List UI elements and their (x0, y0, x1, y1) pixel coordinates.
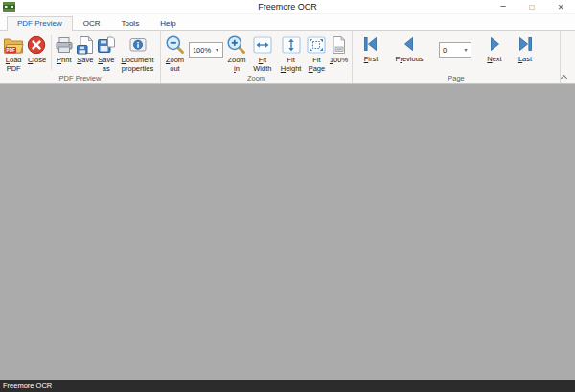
zoom-buttons: Zoom out 100% ▾ Zoom in (163, 32, 350, 73)
maximize-icon: □ (530, 3, 535, 12)
fit-width-icon (253, 34, 272, 56)
app-icon[interactable] (3, 2, 15, 12)
page-number-spinner[interactable]: 0 ▾ (439, 42, 472, 58)
zoom-level-combobox[interactable]: 100% ▾ (189, 42, 223, 58)
zoom-in-button[interactable]: Zoom in (225, 32, 249, 73)
next-page-button[interactable]: Next (482, 32, 507, 73)
fit-height-button[interactable]: Fit Height (276, 32, 306, 73)
document-properties-icon (127, 34, 149, 56)
toolbar-separator (51, 35, 52, 70)
tab-tools[interactable]: Tools (110, 16, 150, 31)
next-page-label: Next (487, 56, 501, 64)
previous-page-icon (401, 34, 418, 55)
last-page-label: Last (518, 56, 532, 64)
previous-page-label: Previous (395, 56, 423, 64)
ribbon-tab-bar: PDF Preview OCR Tools Help (0, 14, 575, 30)
last-page-button[interactable]: Last (514, 32, 537, 73)
page-dropdown-arrow-icon[interactable]: ▾ (461, 47, 471, 53)
group-label-pdf-preview: PDF Preview (2, 73, 158, 83)
group-zoom: Zoom out 100% ▾ Zoom in (161, 31, 352, 83)
close-pdf-label: Close (28, 57, 46, 65)
save-page-icon (76, 34, 95, 56)
fit-page-button[interactable]: Fit Page (306, 32, 328, 73)
actual-size-page-icon (331, 34, 347, 56)
close-red-icon (27, 34, 46, 56)
load-pdf-label: Load PDF (2, 57, 25, 73)
save-as-floppy-icon (97, 34, 116, 56)
zoom-in-magnifier-icon (226, 34, 246, 56)
ribbon-toolbar: PDF Load PDF Close (0, 30, 575, 84)
next-page-icon (486, 34, 503, 55)
load-pdf-button[interactable]: PDF Load PDF (2, 32, 25, 73)
group-label-page: Page (355, 73, 558, 83)
document-properties-button[interactable]: Document properties (117, 32, 158, 73)
actual-size-label: 100% (330, 57, 348, 65)
document-properties-label: Document properties (117, 57, 158, 73)
fit-width-label: Fit Width (248, 57, 276, 73)
fit-page-label: Fit Page (306, 57, 328, 73)
save-button[interactable]: Save (75, 32, 96, 73)
first-page-icon (362, 34, 380, 55)
group-label-zoom: Zoom (163, 73, 350, 83)
zoom-level-value: 100% (190, 46, 213, 55)
last-page-icon (517, 34, 534, 55)
tab-help[interactable]: Help (150, 16, 186, 31)
zoom-in-label: Zoom in (225, 57, 249, 73)
print-button[interactable]: Print (54, 32, 75, 73)
save-label: Save (77, 57, 93, 65)
page-number-value: 0 (440, 46, 461, 55)
fit-page-icon (307, 34, 326, 56)
title-bar: Freemore OCR – □ ✕ (0, 0, 575, 14)
zoom-out-button[interactable]: Zoom out (163, 32, 187, 73)
close-pdf-button[interactable]: Close (25, 32, 48, 73)
fit-height-label: Fit Height (276, 57, 306, 73)
close-window-button[interactable]: ✕ (546, 0, 575, 14)
group-separator (560, 31, 561, 83)
load-pdf-folder-icon: PDF (3, 34, 24, 56)
close-icon: ✕ (558, 3, 564, 12)
save-as-label: Save as (96, 57, 117, 73)
document-preview-area (0, 84, 575, 380)
print-label: Print (57, 57, 71, 65)
svg-text:PDF: PDF (7, 48, 15, 53)
first-page-label: First (364, 56, 379, 64)
fit-width-button[interactable]: Fit Width (248, 32, 276, 73)
fit-height-icon (282, 34, 301, 56)
group-page: First Previous 0 ▾ N (353, 31, 560, 83)
tab-pdf-preview[interactable]: PDF Preview (7, 16, 73, 31)
status-text: Freemore OCR (3, 381, 52, 390)
ocr-app-icon (3, 2, 15, 12)
actual-size-button[interactable]: 100% (328, 32, 350, 73)
zoom-out-label: Zoom out (163, 57, 187, 73)
status-bar: Freemore OCR (0, 380, 575, 392)
collapse-ribbon-chevron-icon[interactable] (562, 74, 567, 80)
printer-icon (55, 34, 74, 56)
first-page-button[interactable]: First (358, 32, 383, 73)
minimize-icon: – (500, 1, 506, 10)
maximize-button[interactable]: □ (518, 0, 546, 14)
minimize-button[interactable]: – (489, 0, 518, 14)
tab-ocr[interactable]: OCR (73, 16, 111, 31)
window-controls: – □ ✕ (489, 0, 575, 14)
page-buttons: First Previous 0 ▾ N (355, 32, 558, 73)
group-pdf-preview: PDF Load PDF Close (0, 31, 160, 83)
save-as-button[interactable]: Save as (96, 32, 117, 73)
zoom-dropdown-arrow-icon[interactable]: ▾ (213, 47, 222, 53)
zoom-out-magnifier-icon (165, 34, 185, 56)
pdf-preview-buttons: PDF Load PDF Close (2, 32, 158, 73)
previous-page-button[interactable]: Previous (390, 32, 428, 73)
